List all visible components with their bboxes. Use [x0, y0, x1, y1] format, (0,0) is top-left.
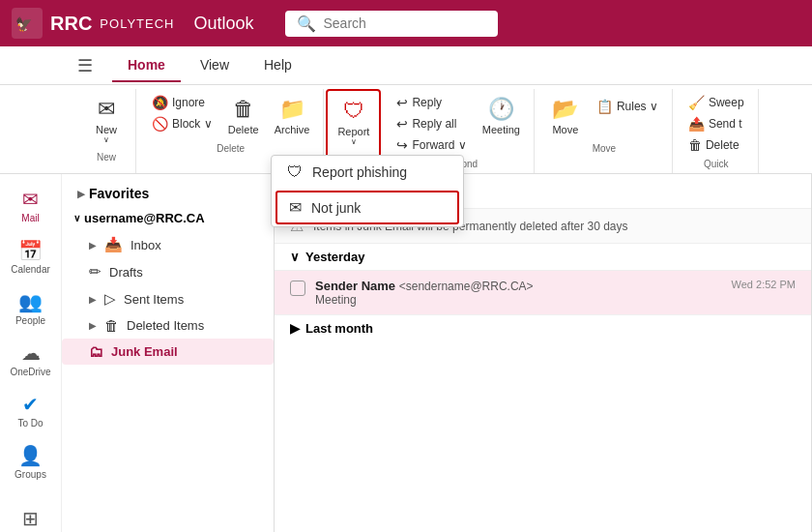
sweep-button[interactable]: 🧹 Sweep	[682, 93, 750, 112]
deleted-chevron: ▶	[89, 320, 97, 331]
search-input[interactable]	[324, 15, 478, 31]
folder-drafts[interactable]: ✏ Drafts	[62, 258, 274, 285]
folder-sidebar: ▶ Favorites ∨ username@RRC.CA ▶ 📥 Inbox …	[62, 174, 275, 532]
delete-button[interactable]: 🗑 Delete	[222, 93, 265, 139]
last-month-label: Last month	[305, 321, 373, 336]
sidebar-item-todo[interactable]: ✔ To Do	[4, 387, 58, 434]
sweep-label: Sweep	[709, 96, 744, 109]
groups-icon: 👤	[18, 444, 43, 467]
sidebar-item-calendar[interactable]: 📅 Calendar	[4, 233, 58, 281]
delete2-icon: 🗑	[688, 137, 702, 153]
hamburger-menu[interactable]: ☰	[77, 55, 93, 76]
delete-icon: 🗑	[233, 97, 254, 122]
people-label: People	[15, 315, 45, 326]
yesterday-section[interactable]: ∨ Yesterday	[275, 244, 811, 271]
ribbon-group-quick: 🧹 Sweep 📤 Send t 🗑 Delete Quick	[675, 89, 759, 173]
favorites-section[interactable]: ▶ Favorites	[62, 182, 274, 205]
ribbon-group-new: ✉ New ∨ New	[77, 89, 136, 173]
reply-all-icon: ↩	[396, 116, 408, 132]
topbar: 🦅 RRC POLYTECH Outlook 🔍	[0, 0, 812, 46]
folder-inbox[interactable]: ▶ 📥 Inbox	[62, 231, 274, 258]
archive-button[interactable]: 📁 Archive	[269, 93, 316, 139]
tab-view[interactable]: View	[185, 49, 245, 82]
main-layout: ✉ Mail 📅 Calendar 👥 People ☁ OneDrive ✔ …	[0, 174, 812, 532]
email-sender: Sender Name <sendername@RRC.CA>	[315, 279, 534, 293]
archive-icon: 📁	[279, 97, 305, 122]
ignore-button[interactable]: 🔕 Ignore	[146, 93, 218, 112]
deleted-label: Deleted Items	[127, 318, 204, 333]
sent-icon: ▷	[104, 290, 116, 308]
not-junk-item[interactable]: ✉ Not junk	[276, 191, 459, 224]
sent-chevron: ▶	[89, 294, 97, 305]
account-chevron: ∨	[73, 213, 80, 223]
meeting-button[interactable]: 🕐 Meeting	[477, 93, 526, 139]
apps-icon: ⊞	[22, 507, 39, 530]
report-button[interactable]: 🛡 Report ∨	[332, 95, 375, 150]
meeting-label: Meeting	[482, 124, 520, 135]
todo-icon: ✔	[22, 393, 39, 416]
todo-label: To Do	[17, 418, 43, 429]
inbox-label: Inbox	[130, 238, 161, 252]
email-checkbox[interactable]	[290, 281, 305, 296]
forward-button[interactable]: ↪ Forward ∨	[391, 135, 472, 155]
delete2-button[interactable]: 🗑 Delete	[682, 135, 750, 155]
sidebar-item-apps[interactable]: ⊞	[4, 501, 58, 532]
rules-button[interactable]: 📋 Rules ∨	[591, 97, 664, 116]
last-month-section[interactable]: ▶ Last month	[275, 315, 811, 341]
logo-poly: POLYTECH	[100, 16, 174, 31]
junk-icon: 🗂	[89, 343, 103, 360]
onedrive-icon: ☁	[21, 341, 41, 365]
phishing-icon: 🛡	[287, 163, 303, 181]
mail-icon: ✉	[22, 188, 39, 211]
email-subject: Meeting	[315, 293, 796, 307]
delete-label: Delete	[228, 124, 259, 135]
move-label: Move	[552, 124, 578, 135]
logo-area: 🦅 RRC POLYTECH	[12, 8, 174, 39]
sidebar-item-people[interactable]: 👥 People	[4, 284, 58, 332]
inbox-icon: 📥	[104, 236, 123, 253]
search-box[interactable]: 🔍	[285, 11, 498, 37]
report-dropdown: 🛡 Report phishing ✉ Not junk	[271, 155, 464, 227]
reply-button[interactable]: ↩ Reply	[391, 93, 472, 112]
report-label: Report	[337, 126, 369, 137]
reply-all-button[interactable]: ↩ Reply all	[391, 114, 472, 133]
people-icon: 👥	[18, 290, 43, 313]
move-icon: 📂	[552, 97, 578, 122]
table-row[interactable]: Sender Name <sendername@RRC.CA> Wed 2:52…	[275, 271, 811, 315]
groups-label: Groups	[14, 469, 46, 480]
folder-deleted[interactable]: ▶ 🗑 Deleted Items	[62, 312, 274, 339]
folder-junk[interactable]: 🗂 Junk Email	[62, 339, 274, 365]
calendar-label: Calendar	[11, 264, 50, 275]
block-label: Block ∨	[172, 117, 213, 131]
send-button[interactable]: 📤 Send t	[682, 114, 750, 133]
quick-group-label: Quick	[704, 159, 729, 169]
sent-label: Sent Items	[124, 292, 184, 307]
send-label: Send t	[709, 117, 742, 131]
sidebar-item-groups[interactable]: 👤 Groups	[4, 438, 58, 486]
tab-help[interactable]: Help	[248, 49, 307, 82]
move-button[interactable]: 📂 Move	[544, 93, 587, 139]
ignore-label: Ignore	[172, 96, 205, 109]
sidebar-item-mail[interactable]: ✉ Mail	[4, 182, 58, 229]
drafts-icon: ✏	[89, 263, 102, 281]
tab-home[interactable]: Home	[112, 49, 181, 82]
folder-sent[interactable]: ▶ ▷ Sent Items	[62, 285, 274, 312]
new-group-label: New	[97, 152, 116, 163]
forward-icon: ↪	[396, 137, 408, 153]
ribbon: ✉ New ∨ New 🔕 Ignore 🚫 Block ∨ 🗑 Dele	[0, 85, 812, 174]
block-button[interactable]: 🚫 Block ∨	[146, 114, 218, 133]
sidebar-item-onedrive[interactable]: ☁ OneDrive	[4, 336, 58, 383]
report-phishing-item[interactable]: 🛡 Report phishing	[272, 156, 463, 189]
inbox-chevron: ▶	[89, 240, 97, 251]
forward-label: Forward ∨	[412, 138, 466, 152]
logo-rrc: RRC	[50, 13, 92, 35]
email-content: Sender Name <sendername@RRC.CA> Wed 2:52…	[315, 279, 796, 307]
mail-label: Mail	[21, 213, 39, 223]
delete2-label: Delete	[706, 138, 740, 152]
new-email-icon: ✉	[98, 97, 115, 122]
send-icon: 📤	[688, 116, 705, 132]
yesterday-label: Yesterday	[305, 250, 364, 264]
svg-text:🦅: 🦅	[15, 16, 33, 33]
reply-all-label: Reply all	[412, 117, 456, 131]
new-button[interactable]: ✉ New ∨	[85, 93, 128, 148]
